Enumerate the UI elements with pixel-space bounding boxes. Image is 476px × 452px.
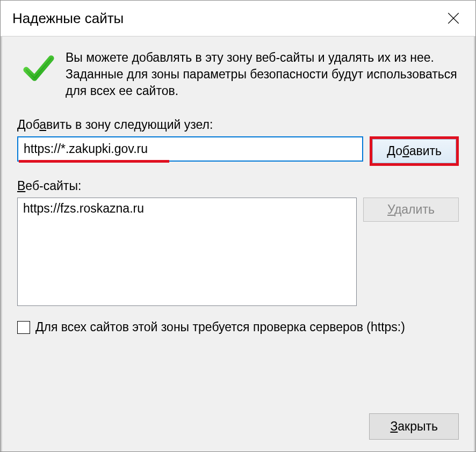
delete-button: Удалить (363, 198, 459, 222)
websites-row: https://fzs.roskazna.ru Удалить (17, 198, 459, 306)
intro-section: Вы можете добавлять в эту зону веб-сайты… (17, 49, 459, 99)
add-button[interactable]: Добавить (372, 139, 456, 163)
close-button[interactable]: Закрыть (369, 413, 459, 440)
checkmark-icon (21, 52, 56, 86)
annotation-highlight: Добавить (370, 136, 459, 166)
site-url-input[interactable] (17, 136, 363, 162)
https-checkbox-label: Для всех сайтов этой зоны требуется пров… (35, 320, 405, 334)
dialog-content: Вы можете добавлять в эту зону веб-сайты… (1, 37, 475, 451)
close-icon[interactable] (441, 6, 466, 31)
trusted-sites-dialog: Надежные сайты Вы можете добавля (0, 0, 476, 452)
dialog-footer: Закрыть (17, 408, 459, 440)
add-site-label: Добавить в зону следующий узел: (17, 118, 459, 132)
websites-label: Веб-сайты: (17, 179, 459, 193)
annotation-underline (19, 160, 169, 163)
titlebar: Надежные сайты (1, 1, 475, 37)
dialog-title: Надежные сайты (12, 10, 124, 27)
list-item[interactable]: https://fzs.roskazna.ru (23, 201, 351, 216)
intro-text: Вы можете добавлять в эту зону веб-сайты… (66, 49, 459, 99)
add-site-row: Добавить (17, 136, 459, 166)
https-checkbox[interactable] (17, 321, 30, 334)
https-check-row[interactable]: Для всех сайтов этой зоны требуется пров… (17, 320, 459, 334)
websites-listbox[interactable]: https://fzs.roskazna.ru (17, 198, 357, 306)
